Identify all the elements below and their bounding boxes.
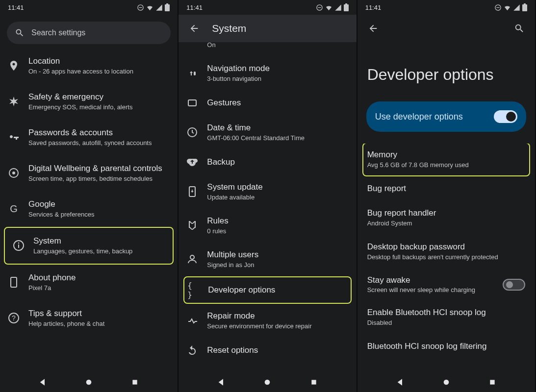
settings-item-passwords[interactable]: Passwords & accountsSaved passwords, aut… (0, 120, 178, 155)
system-item-cutoff[interactable]: On (179, 42, 356, 56)
nav-recent[interactable] (481, 376, 504, 389)
wifi-icon (325, 4, 332, 11)
users-icon (186, 253, 198, 265)
nav-recent[interactable] (303, 376, 325, 389)
item-title: Tips & support (28, 308, 170, 319)
back-button[interactable] (363, 19, 383, 38)
stay-awake-switch[interactable] (503, 279, 525, 291)
svg-point-8 (18, 243, 20, 244)
toggle-label: Use developer options (375, 112, 463, 122)
item-subtitle: 0 rules (207, 227, 348, 236)
dev-item-bughandler[interactable]: Bug report handlerAndroid System (357, 201, 535, 235)
nav-home[interactable] (77, 376, 100, 389)
svg-rect-9 (11, 277, 17, 287)
item-subtitle: Screen will never sleep while charging (367, 286, 503, 294)
system-item-gestures[interactable]: Gestures (179, 90, 356, 116)
system-item-developer[interactable]: { } Developer options (183, 276, 351, 304)
settings-item-about[interactable]: About phonePixel 7a (0, 265, 178, 300)
system-item-update[interactable]: System updateUpdate available (179, 175, 356, 209)
use-developer-toggle-row[interactable]: Use developer options (366, 101, 526, 132)
item-title: Gestures (207, 98, 348, 108)
item-subtitle: On (207, 42, 348, 49)
system-item-backup[interactable]: Backup (179, 149, 356, 175)
nav-bar (179, 372, 356, 392)
svg-point-5 (12, 172, 15, 174)
system-item-users[interactable]: Multiple usersSigned in as Jon (179, 243, 356, 276)
item-subtitle: Help articles, phone & chat (28, 320, 170, 328)
item-subtitle: Disabled (367, 319, 527, 327)
search-button[interactable] (510, 19, 529, 38)
dev-item-backup-pw[interactable]: Desktop backup passwordDesktop full back… (357, 235, 535, 269)
dev-item-stay-awake[interactable]: Stay awakeScreen will never sleep while … (357, 269, 535, 300)
settings-item-google[interactable]: G GoogleServices & preferences (0, 191, 178, 227)
nav-back[interactable] (31, 376, 54, 389)
status-time: 11:41 (8, 4, 24, 11)
svg-rect-16 (344, 4, 349, 11)
item-title: System (33, 236, 165, 246)
svg-rect-26 (522, 4, 527, 11)
nav-back[interactable] (210, 376, 232, 389)
item-title: Location (28, 56, 170, 67)
search-bar[interactable] (7, 22, 171, 44)
item-title: Digital Wellbeing & parental controls (28, 163, 170, 174)
item-title: Rules (207, 216, 348, 226)
item-subtitle: Emergency SOS, medical info, alerts (28, 103, 170, 112)
developer-panel: 11:41 Developer options Use developer op… (357, 0, 536, 392)
dnd-icon (137, 4, 144, 11)
nav-recent[interactable] (124, 376, 146, 389)
system-list: On Navigation mode3-button navigation Ge… (179, 42, 356, 372)
settings-item-location[interactable]: LocationOn - 26 apps have access to loca… (0, 48, 178, 84)
nav-back[interactable] (389, 376, 411, 389)
item-subtitle: Pixel 7a (28, 284, 170, 293)
svg-rect-7 (18, 245, 19, 248)
nav-bar (0, 372, 178, 392)
svg-rect-1 (139, 7, 142, 7)
system-item-repair[interactable]: Repair modeSecure environment for device… (179, 304, 356, 338)
svg-rect-23 (311, 380, 316, 384)
item-title: Enable Bluetooth HCI snoop log (367, 307, 527, 318)
dev-item-bugreport[interactable]: Bug report (357, 176, 535, 201)
system-item-datetime[interactable]: Date & timeGMT-06:00 Central Standard Ti… (179, 116, 356, 149)
item-title: Repair mode (207, 311, 348, 321)
nav-home[interactable] (256, 376, 279, 389)
page-title: Developer options (357, 42, 535, 101)
item-subtitle: Languages, gestures, time, backup (33, 247, 165, 256)
item-title: Backup (207, 157, 348, 168)
help-icon: ? (8, 312, 20, 324)
battery-icon (344, 3, 349, 11)
battery-icon (522, 3, 527, 11)
settings-item-tips[interactable]: ? Tips & supportHelp articles, phone & c… (0, 300, 178, 336)
svg-rect-2 (165, 4, 170, 11)
svg-rect-15 (318, 7, 321, 7)
dev-item-bt-snoop[interactable]: Enable Bluetooth HCI snoop logDisabled (357, 300, 535, 334)
back-button[interactable] (184, 19, 204, 38)
clock-icon (186, 126, 198, 138)
item-subtitle: On - 26 apps have access to location (28, 68, 170, 76)
svg-rect-27 (524, 3, 526, 4)
settings-item-safety[interactable]: Safety & emergencyEmergency SOS, medical… (0, 84, 178, 120)
wellbeing-icon (8, 167, 20, 179)
system-item-navigation[interactable]: Navigation mode3-button navigation (179, 56, 356, 90)
system-item-rules[interactable]: Rules0 rules (179, 209, 356, 243)
item-title: Safety & emergency (28, 92, 170, 102)
svg-text:?: ? (12, 314, 16, 322)
settings-item-wellbeing[interactable]: Digital Wellbeing & parental controlsScr… (0, 155, 178, 191)
dev-item-memory[interactable]: MemoryAvg 5.6 GB of 7.8 GB memory used (362, 144, 530, 176)
nav-home[interactable] (435, 376, 458, 389)
developer-switch[interactable] (494, 110, 517, 123)
status-bar: 11:41 (179, 0, 356, 15)
item-subtitle: Desktop full backups aren't currently pr… (367, 253, 527, 262)
app-bar: System (179, 15, 356, 42)
system-item-reset[interactable]: Reset options (179, 338, 356, 363)
svg-point-28 (443, 380, 449, 385)
item-title: Multiple users (207, 249, 348, 260)
search-input[interactable] (31, 28, 163, 37)
page-title: System (212, 23, 246, 34)
dev-item-bt-filter[interactable]: Bluetooth HCI snoop log filtering (357, 334, 535, 359)
settings-item-system[interactable]: SystemLanguages, gestures, time, backup (4, 227, 174, 265)
signal-icon (155, 4, 163, 11)
nav-bar (357, 372, 535, 392)
item-title: Reset options (207, 345, 348, 356)
signal-icon (513, 4, 520, 11)
item-subtitle: Avg 5.6 GB of 7.8 GB memory used (367, 161, 524, 170)
